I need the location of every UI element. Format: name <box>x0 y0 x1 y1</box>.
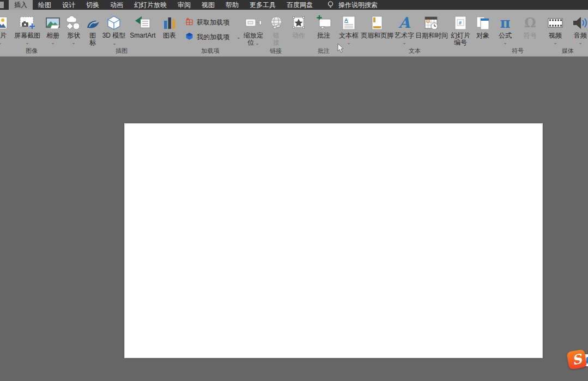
shapes-icon <box>65 14 82 32</box>
tab-draw[interactable]: 绘图 <box>33 0 57 10</box>
action-button[interactable]: 动作 <box>287 10 311 39</box>
slide-number-icon: # <box>452 14 469 32</box>
dropdown-caret: ⌄ <box>578 40 583 45</box>
group-text: A 文本框 ⌄ 页眉和页脚 A 艺术字 ⌄ 日期和时间 # <box>337 10 493 56</box>
dropdown-caret: ⌄ <box>0 40 2 45</box>
slide-number-button[interactable]: # 幻灯片编号 <box>448 10 473 46</box>
chart-button[interactable]: 图表 <box>159 10 180 39</box>
tab-review[interactable]: 审阅 <box>172 0 196 10</box>
omega-symbol-icon: Ω <box>524 14 536 32</box>
lightbulb-icon <box>327 1 334 9</box>
my-addins-button[interactable]: 我的加载项 ⌄ <box>185 32 241 42</box>
action-icon <box>290 14 307 32</box>
ribbon: 图片 ⌄ 屏幕截图 ⌄ 相册 ⌄ 图像 形状 ⌄ <box>0 10 588 57</box>
new-comment-icon <box>315 14 332 32</box>
svg-text:#: # <box>459 20 462 25</box>
screenshot-button[interactable]: 屏幕截图 ⌄ <box>12 10 43 45</box>
tell-me-label: 操作说明搜索 <box>338 1 378 10</box>
chart-icon <box>162 14 177 32</box>
mouse-cursor <box>337 44 344 56</box>
equation-button[interactable]: π 公式 ⌄ <box>493 10 518 45</box>
tab-slide-show[interactable]: 幻灯片放映 <box>129 0 172 10</box>
group-title-text: 文本 <box>337 47 493 55</box>
group-title-addins: 加载项 <box>180 47 241 55</box>
group-symbols: π 公式 ⌄ Ω 符号 符号 <box>493 10 543 56</box>
smartart-button[interactable]: SmartArt <box>126 10 159 39</box>
equation-pi-icon: π <box>500 14 510 32</box>
header-footer-icon <box>369 14 385 32</box>
group-illustrations: 形状 ⌄ 图标 3D 模型⌄ SmartArt 图表 插图 <box>63 10 180 56</box>
tab-animations[interactable]: 动画 <box>105 0 129 10</box>
text-box-icon: A <box>341 14 357 32</box>
group-addins: 获取加载项 我的加载项 ⌄ 加载项 <box>180 10 241 56</box>
tell-me-search[interactable]: 操作说明搜索 <box>327 0 378 10</box>
get-addins-button[interactable]: 获取加载项 <box>185 17 241 27</box>
dropdown-caret: ⌄ <box>347 40 351 45</box>
header-footer-button[interactable]: 页眉和页脚 <box>361 10 393 39</box>
group-links: 缩放定位⌄ 链接 动作 链接 <box>241 10 311 56</box>
insert-picture-button[interactable]: 图片 ⌄ <box>0 10 12 45</box>
group-media: 视频 ⌄ 音频 ⌄ 媒体 <box>543 10 588 56</box>
dropdown-caret: ⌄ <box>237 34 241 40</box>
tab-more-tools[interactable]: 更多工具 <box>244 0 281 10</box>
video-icon <box>547 14 563 32</box>
tab-help[interactable]: 帮助 <box>220 0 244 10</box>
link-button[interactable]: 链接 <box>266 10 287 46</box>
wordart-icon: A <box>399 14 410 32</box>
sogou-logo-icon: S <box>566 349 587 370</box>
group-title-symbols: 符号 <box>493 47 543 55</box>
audio-button[interactable]: 音频 ⌄ <box>568 10 588 45</box>
group-title-images: 图像 <box>0 47 63 55</box>
dropdown-caret: ⌄ <box>553 40 557 45</box>
3d-models-button[interactable]: 3D 模型⌄ <box>101 10 126 46</box>
clipped-tab-fragment <box>0 2 4 8</box>
icons-button[interactable]: 图标 <box>84 10 101 46</box>
group-title-comments: 批注 <box>311 47 337 55</box>
video-button[interactable]: 视频 ⌄ <box>543 10 568 45</box>
date-time-button[interactable]: 日期和时间 <box>415 10 448 39</box>
tab-design[interactable]: 设计 <box>57 0 81 10</box>
symbol-button[interactable]: Ω 符号 <box>518 10 543 39</box>
tab-insert[interactable]: 插入 <box>9 0 33 10</box>
picture-icon <box>0 14 8 32</box>
tab-transitions[interactable]: 切换 <box>81 0 105 10</box>
group-images: 图片 ⌄ 屏幕截图 ⌄ 相册 ⌄ 图像 <box>0 10 63 56</box>
dropdown-caret: ⌄ <box>402 40 407 45</box>
audio-icon <box>572 14 588 32</box>
text-box-button[interactable]: A 文本框 ⌄ <box>337 10 361 45</box>
dropdown-caret: ⌄ <box>112 40 117 46</box>
shapes-button[interactable]: 形状 ⌄ <box>63 10 84 45</box>
zoom-summary-icon <box>245 14 262 32</box>
wordart-button[interactable]: A 艺术字 ⌄ <box>393 10 415 45</box>
date-time-icon <box>423 14 440 32</box>
tab-baidu-netdisk[interactable]: 百度网盘 <box>281 0 318 10</box>
get-addins-icon <box>185 17 193 27</box>
new-comment-button[interactable]: 批注 <box>311 10 337 39</box>
group-title-links: 链接 <box>241 47 311 55</box>
my-addins-icon <box>185 32 193 42</box>
object-icon <box>475 14 491 32</box>
dropdown-caret: ⌄ <box>25 40 29 45</box>
dropdown-caret: ⌄ <box>503 40 507 45</box>
zoom-button[interactable]: 缩放定位⌄ <box>241 10 266 46</box>
slide[interactable] <box>124 123 543 358</box>
smartart-icon <box>134 14 151 32</box>
3d-model-icon <box>106 14 122 32</box>
tab-view[interactable]: 视图 <box>196 0 220 10</box>
dropdown-caret: ⌄ <box>51 40 55 45</box>
dropdown-caret: ⌄ <box>255 40 259 46</box>
object-button[interactable]: 对象 <box>473 10 493 39</box>
ribbon-tab-bar: 插入 绘图 设计 切换 动画 幻灯片放映 审阅 视图 帮助 更多工具 百度网盘 … <box>0 0 588 10</box>
dropdown-caret: ⌄ <box>71 40 76 45</box>
editing-canvas <box>0 57 588 381</box>
svg-text:A: A <box>344 17 348 23</box>
photo-album-icon <box>45 14 61 32</box>
group-comments: 批注 批注 <box>311 10 337 56</box>
screenshot-icon <box>19 14 36 32</box>
photo-album-button[interactable]: 相册 ⌄ <box>43 10 63 45</box>
group-title-media: 媒体 <box>543 47 588 55</box>
icons-icon <box>84 14 101 32</box>
group-title-illustrations: 插图 <box>63 47 180 55</box>
link-icon <box>268 14 284 32</box>
